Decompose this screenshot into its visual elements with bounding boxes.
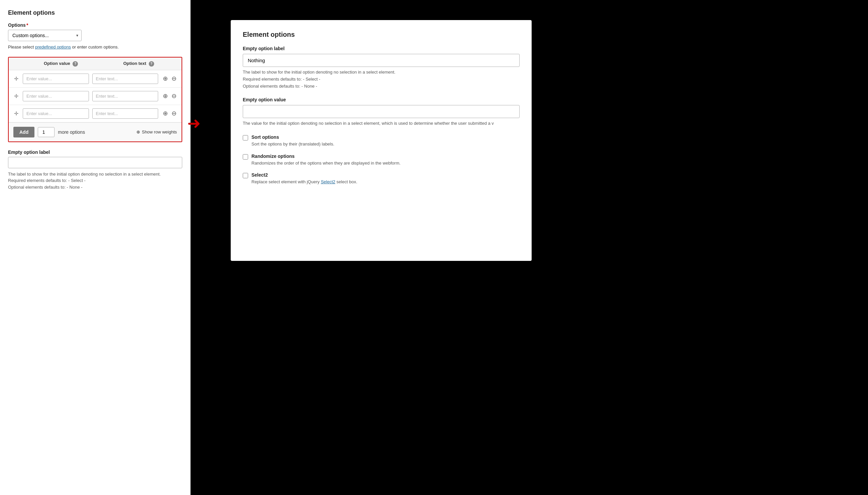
arrow-icon: ➜ bbox=[187, 114, 201, 133]
remove-row-button-1[interactable]: ⊖ bbox=[170, 75, 177, 82]
add-button[interactable]: Add bbox=[13, 127, 34, 137]
select2-link[interactable]: Select2 bbox=[320, 179, 335, 184]
drag-handle-icon[interactable]: ✛ bbox=[13, 93, 19, 99]
options-row: ✛ ⊕ ⊖ bbox=[9, 70, 181, 88]
options-select-wrapper: Custom options... ▾ bbox=[8, 30, 82, 41]
empty-option-label-field: Empty option label The label to show for… bbox=[8, 150, 182, 191]
options-table: Option value ? Option text ? ✛ ⊕ ⊖ ✛ ⊕ bbox=[8, 57, 182, 142]
row-actions-2: ⊕ ⊖ bbox=[161, 92, 177, 100]
option-text-input-3[interactable] bbox=[92, 108, 158, 119]
required-star: * bbox=[27, 22, 28, 28]
right-empty-label-desc: The label to show for the initial option… bbox=[243, 69, 520, 90]
more-options-text: more options bbox=[58, 130, 85, 135]
select2-checkbox[interactable] bbox=[243, 173, 248, 178]
right-panel: Element options Empty option label The l… bbox=[217, 0, 868, 495]
sort-options-checkbox[interactable] bbox=[243, 135, 248, 140]
right-card: Element options Empty option label The l… bbox=[231, 20, 532, 261]
text-help-icon[interactable]: ? bbox=[149, 61, 154, 67]
weights-icon: ⊕ bbox=[136, 130, 140, 134]
options-table-header: Option value ? Option text ? bbox=[9, 57, 181, 70]
right-panel-title: Element options bbox=[243, 31, 520, 38]
left-panel-title: Element options bbox=[8, 10, 182, 16]
remove-row-button-2[interactable]: ⊖ bbox=[170, 92, 177, 100]
select2-row: Select2 Replace select element with jQue… bbox=[243, 172, 520, 185]
sort-options-label: Sort options bbox=[251, 134, 334, 140]
value-help-icon[interactable]: ? bbox=[72, 61, 78, 67]
right-empty-label-field: Empty option label The label to show for… bbox=[243, 46, 520, 90]
predefined-help-text: Please select predefined options or ente… bbox=[8, 45, 182, 50]
options-select[interactable]: Custom options... bbox=[8, 30, 82, 41]
select2-label: Select2 bbox=[251, 172, 358, 177]
right-empty-value-field: Empty option value The value for the ini… bbox=[243, 97, 520, 127]
sort-options-row: Sort options Sort the options by their (… bbox=[243, 134, 520, 148]
add-row-button-1[interactable]: ⊕ bbox=[161, 75, 169, 82]
empty-option-section-label: Empty option label bbox=[8, 150, 182, 155]
sort-options-desc: Sort the options by their (translated) l… bbox=[251, 141, 334, 148]
option-text-input-2[interactable] bbox=[92, 91, 158, 101]
add-row-button-3[interactable]: ⊕ bbox=[161, 110, 169, 117]
right-empty-value-label: Empty option value bbox=[243, 97, 520, 102]
col-text-header: Option text ? bbox=[100, 61, 178, 67]
randomize-options-desc: Randomizes the order of the options when… bbox=[251, 160, 401, 167]
drag-handle-icon[interactable]: ✛ bbox=[13, 75, 19, 82]
option-value-input-2[interactable] bbox=[23, 91, 89, 101]
empty-option-input[interactable] bbox=[8, 157, 182, 168]
randomize-options-label: Randomize options bbox=[251, 154, 401, 159]
drag-handle-icon[interactable]: ✛ bbox=[13, 110, 19, 117]
option-value-input-3[interactable] bbox=[23, 108, 89, 119]
options-field: Options* Custom options... ▾ Please sele… bbox=[8, 22, 182, 50]
col-value-header: Option value ? bbox=[22, 61, 100, 67]
randomize-options-info: Randomize options Randomizes the order o… bbox=[251, 154, 401, 167]
options-footer: Add more options ⊕ Show row weights bbox=[9, 122, 181, 141]
add-row-button-2[interactable]: ⊕ bbox=[161, 92, 169, 100]
right-empty-label: Empty option label bbox=[243, 46, 520, 51]
randomize-options-checkbox[interactable] bbox=[243, 154, 248, 159]
options-row: ✛ ⊕ ⊖ bbox=[9, 88, 181, 105]
option-value-input-1[interactable] bbox=[23, 73, 89, 84]
row-actions-1: ⊕ ⊖ bbox=[161, 75, 177, 82]
remove-row-button-3[interactable]: ⊖ bbox=[170, 110, 177, 117]
arrow-area: ➜ bbox=[191, 0, 217, 495]
row-actions-3: ⊕ ⊖ bbox=[161, 110, 177, 117]
option-text-input-1[interactable] bbox=[92, 73, 158, 84]
predefined-options-link[interactable]: predefined options bbox=[35, 45, 71, 50]
empty-option-help: The label to show for the initial option… bbox=[8, 171, 182, 191]
right-empty-label-input[interactable] bbox=[243, 54, 520, 67]
randomize-options-row: Randomize options Randomizes the order o… bbox=[243, 154, 520, 167]
right-empty-value-input[interactable] bbox=[243, 105, 520, 118]
options-row: ✛ ⊕ ⊖ bbox=[9, 105, 181, 122]
sort-options-info: Sort options Sort the options by their (… bbox=[251, 134, 334, 148]
select2-info: Select2 Replace select element with jQue… bbox=[251, 172, 358, 185]
right-empty-value-desc: The value for the initial option denotin… bbox=[243, 120, 520, 127]
options-label: Options* bbox=[8, 22, 182, 28]
left-panel: Element options Options* Custom options.… bbox=[0, 0, 191, 495]
show-weights-button[interactable]: ⊕ Show row weights bbox=[136, 130, 177, 134]
select2-desc: Replace select element with jQuery Selec… bbox=[251, 178, 358, 185]
quantity-input[interactable] bbox=[38, 127, 54, 137]
